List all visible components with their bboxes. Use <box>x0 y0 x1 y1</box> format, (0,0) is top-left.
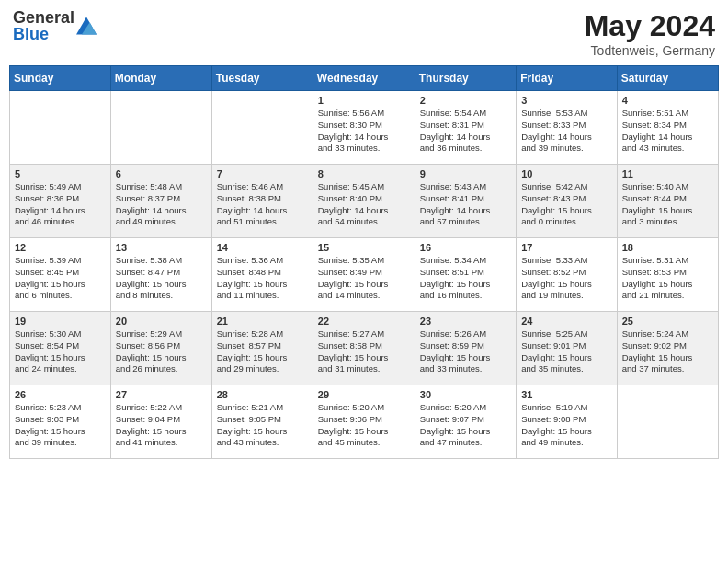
day-info-line: Sunset: 8:31 PM <box>420 120 511 132</box>
calendar-day-5: 5Sunrise: 5:49 AMSunset: 8:36 PMDaylight… <box>10 165 111 238</box>
calendar-day-16: 16Sunrise: 5:34 AMSunset: 8:51 PMDayligh… <box>415 238 516 312</box>
day-number: 1 <box>318 95 410 106</box>
day-info-line: and 16 minutes. <box>420 290 511 302</box>
calendar-week-row: 12Sunrise: 5:39 AMSunset: 8:45 PMDayligh… <box>10 238 719 312</box>
day-info-line: and 46 minutes. <box>15 216 106 228</box>
day-info-line: Daylight: 14 hours <box>521 132 612 144</box>
day-info-line: Sunset: 8:59 PM <box>420 340 511 352</box>
day-info-line: and 41 minutes. <box>116 437 207 449</box>
day-info-line: and 51 minutes. <box>217 216 308 228</box>
day-info-line: Daylight: 15 hours <box>217 426 308 438</box>
day-info-line: Sunrise: 5:38 AM <box>116 255 207 267</box>
weekday-header-thursday: Thursday <box>415 66 516 91</box>
day-info-line: Sunrise: 5:49 AM <box>15 181 106 193</box>
calendar-day-1: 1Sunrise: 5:56 AMSunset: 8:30 PMDaylight… <box>313 91 415 165</box>
day-number: 8 <box>318 168 410 179</box>
calendar-week-row: 5Sunrise: 5:49 AMSunset: 8:36 PMDaylight… <box>10 165 719 238</box>
day-number: 11 <box>622 168 713 179</box>
day-info-line: and 33 minutes. <box>420 363 511 375</box>
day-info-line: and 43 minutes. <box>217 437 308 449</box>
calendar-day-12: 12Sunrise: 5:39 AMSunset: 8:45 PMDayligh… <box>10 238 111 312</box>
calendar-day-2: 2Sunrise: 5:54 AMSunset: 8:31 PMDaylight… <box>415 91 516 165</box>
day-info-line: Sunset: 8:53 PM <box>622 267 713 279</box>
day-info-line: Daylight: 14 hours <box>318 132 410 144</box>
day-number: 29 <box>318 389 410 400</box>
day-info-line: Daylight: 14 hours <box>420 132 511 144</box>
calendar-empty-cell <box>10 91 111 165</box>
day-info-line: Daylight: 14 hours <box>622 132 713 144</box>
day-info-line: Sunrise: 5:42 AM <box>521 181 612 193</box>
day-info-line: Daylight: 15 hours <box>318 426 410 438</box>
calendar-day-6: 6Sunrise: 5:48 AMSunset: 8:37 PMDaylight… <box>110 165 211 238</box>
page-header: General Blue May 2024 Todtenweis, German… <box>9 9 719 58</box>
day-info-line: Sunrise: 5:31 AM <box>622 255 713 267</box>
calendar-day-24: 24Sunrise: 5:25 AMSunset: 9:01 PMDayligh… <box>517 312 618 385</box>
day-number: 28 <box>217 389 308 400</box>
day-number: 31 <box>521 389 612 400</box>
calendar-day-8: 8Sunrise: 5:45 AMSunset: 8:40 PMDaylight… <box>313 165 415 238</box>
day-number: 24 <box>521 316 612 327</box>
day-info-line: Daylight: 15 hours <box>217 279 308 291</box>
day-info-line: Sunset: 8:33 PM <box>521 120 612 132</box>
calendar-day-10: 10Sunrise: 5:42 AMSunset: 8:43 PMDayligh… <box>517 165 618 238</box>
day-info-line: Sunset: 8:45 PM <box>15 267 106 279</box>
day-number: 25 <box>622 316 713 327</box>
day-number: 19 <box>15 316 106 327</box>
day-info-line: and 31 minutes. <box>318 363 410 375</box>
day-info-line: and 35 minutes. <box>521 363 612 375</box>
calendar-week-row: 1Sunrise: 5:56 AMSunset: 8:30 PMDaylight… <box>10 91 719 165</box>
calendar-day-14: 14Sunrise: 5:36 AMSunset: 8:48 PMDayligh… <box>211 238 313 312</box>
day-number: 12 <box>15 242 106 253</box>
calendar-empty-cell <box>211 91 313 165</box>
day-info-line: Sunset: 8:34 PM <box>622 120 713 132</box>
day-info-line: and 6 minutes. <box>15 290 106 302</box>
day-info-line: Daylight: 14 hours <box>217 205 308 217</box>
calendar-day-27: 27Sunrise: 5:22 AMSunset: 9:04 PMDayligh… <box>110 385 211 459</box>
day-info-line: Sunrise: 5:29 AM <box>116 328 207 340</box>
day-info-line: and 33 minutes. <box>318 143 410 155</box>
weekday-header-monday: Monday <box>110 66 211 91</box>
day-info-line: Daylight: 15 hours <box>521 205 612 217</box>
day-info-line: and 43 minutes. <box>622 143 713 155</box>
day-info-line: and 14 minutes. <box>318 290 410 302</box>
day-info-line: Sunset: 8:37 PM <box>116 193 207 205</box>
day-info-line: Sunrise: 5:48 AM <box>116 181 207 193</box>
day-info-line: Sunrise: 5:53 AM <box>521 108 612 120</box>
day-info-line: Sunrise: 5:40 AM <box>622 181 713 193</box>
day-info-line: Daylight: 14 hours <box>420 205 511 217</box>
day-info-line: Sunset: 8:49 PM <box>318 267 410 279</box>
day-info-line: and 24 minutes. <box>15 363 106 375</box>
day-info-line: Sunset: 8:43 PM <box>521 193 612 205</box>
day-info-line: Sunset: 8:52 PM <box>521 267 612 279</box>
day-info-line: Daylight: 15 hours <box>521 352 612 364</box>
day-info-line: Sunrise: 5:22 AM <box>116 402 207 414</box>
day-info-line: Daylight: 15 hours <box>622 205 713 217</box>
day-info-line: Sunrise: 5:34 AM <box>420 255 511 267</box>
weekday-header-friday: Friday <box>517 66 618 91</box>
day-info-line: Sunset: 8:41 PM <box>420 193 511 205</box>
day-number: 10 <box>521 168 612 179</box>
day-info-line: and 21 minutes. <box>622 290 713 302</box>
day-info-line: and 39 minutes. <box>15 437 106 449</box>
calendar-day-3: 3Sunrise: 5:53 AMSunset: 8:33 PMDaylight… <box>517 91 618 165</box>
day-info-line: Sunset: 8:48 PM <box>217 267 308 279</box>
day-info-line: and 29 minutes. <box>217 363 308 375</box>
day-info-line: Sunset: 8:54 PM <box>15 340 106 352</box>
weekday-header-saturday: Saturday <box>617 66 718 91</box>
day-number: 26 <box>15 389 106 400</box>
day-info-line: Sunset: 8:36 PM <box>15 193 106 205</box>
day-info-line: Daylight: 15 hours <box>116 279 207 291</box>
day-info-line: and 47 minutes. <box>420 437 511 449</box>
day-number: 27 <box>116 389 207 400</box>
day-number: 6 <box>116 168 207 179</box>
day-info-line: Sunset: 8:44 PM <box>622 193 713 205</box>
day-info-line: Daylight: 15 hours <box>521 279 612 291</box>
day-info-line: Daylight: 15 hours <box>116 352 207 364</box>
day-number: 5 <box>15 168 106 179</box>
day-info-line: Sunrise: 5:28 AM <box>217 328 308 340</box>
day-info-line: and 49 minutes. <box>521 437 612 449</box>
calendar-day-13: 13Sunrise: 5:38 AMSunset: 8:47 PMDayligh… <box>110 238 211 312</box>
calendar-day-21: 21Sunrise: 5:28 AMSunset: 8:57 PMDayligh… <box>211 312 313 385</box>
calendar-table: SundayMondayTuesdayWednesdayThursdayFrid… <box>9 65 719 459</box>
day-info-line: Daylight: 14 hours <box>318 205 410 217</box>
